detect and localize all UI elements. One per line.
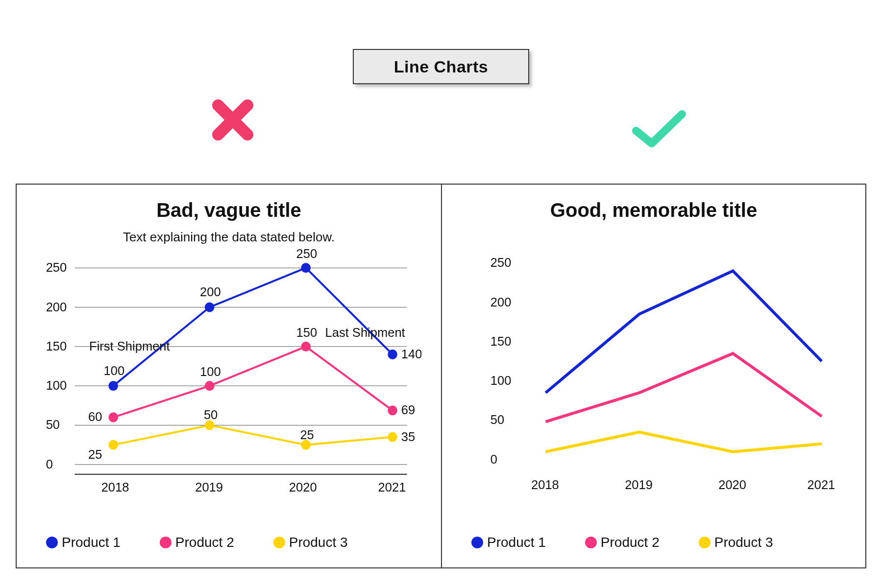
data-label: 200 [200, 285, 221, 299]
y-tick-label: 100 [46, 378, 67, 392]
data-label: 35 [401, 429, 415, 443]
data-label: 100 [200, 365, 221, 378]
data-point [205, 302, 215, 312]
legend-label: Product 3 [714, 535, 773, 550]
legend-item-product-3: Product 3 [699, 535, 773, 550]
legend-label: Product 2 [175, 535, 234, 550]
y-tick-label: 200 [490, 295, 511, 308]
legend-label: Product 1 [62, 535, 121, 550]
y-tick-label: 100 [490, 374, 511, 387]
data-label: 250 [296, 248, 318, 260]
legend-item-product-1: Product 1 [471, 535, 546, 550]
series-line-product-3 [546, 432, 822, 452]
good-panel-title: Good, memorable title [442, 199, 865, 221]
bad-panel: Bad, vague title Text explaining the dat… [17, 185, 441, 567]
good-panel: Good, memorable title 0 50 100 150 200 2… [441, 185, 865, 567]
y-tick-label: 150 [46, 339, 67, 353]
good-plot: 0 50 100 150 200 250 2018 2019 2020 2021 [462, 238, 846, 494]
series-line-product-2 [546, 353, 822, 422]
y-tick-label: 200 [46, 300, 67, 313]
x-tick-label: 2021 [378, 480, 406, 494]
data-label: 140 [401, 347, 421, 361]
data-label: 50 [204, 408, 218, 422]
legend-swatch-icon [585, 537, 597, 548]
bad-panel-subtitle: Text explaining the data stated below. [17, 230, 441, 245]
y-tick-label: 250 [490, 256, 511, 269]
page-title-box: Line Charts [353, 49, 529, 84]
data-point [301, 263, 311, 273]
x-tick-label: 2020 [289, 480, 317, 494]
x-tick-label: 2019 [625, 478, 653, 492]
legend-label: Product 2 [601, 535, 660, 550]
bad-panel-title: Bad, vague title [17, 199, 441, 221]
data-point [108, 440, 118, 450]
data-label: 60 [88, 410, 102, 423]
data-point [388, 405, 397, 415]
data-label: 69 [401, 403, 415, 417]
legend-swatch-icon [46, 537, 58, 548]
x-tick-label: 2019 [195, 480, 223, 494]
legend-swatch-icon [699, 537, 710, 548]
page-title: Line Charts [394, 57, 489, 76]
y-tick-label: 0 [46, 457, 53, 471]
data-point [301, 342, 311, 352]
y-tick-label: 50 [490, 413, 504, 426]
data-point [388, 350, 397, 359]
figure-root: Line Charts Bad, vague title Text explai… [0, 0, 882, 588]
series-line-product-3 [113, 425, 392, 445]
data-label: 150 [296, 325, 318, 339]
bad-legend: Product 1 Product 2 Product 3 [46, 535, 421, 550]
series-line-product-2 [113, 347, 392, 418]
data-label: 25 [300, 427, 314, 441]
legend-label: Product 3 [289, 535, 348, 550]
legend-swatch-icon [160, 537, 172, 548]
check-icon [632, 110, 686, 151]
legend-swatch-icon [471, 537, 483, 548]
good-legend: Product 1 Product 2 Product 3 [471, 535, 846, 550]
x-tick-label: 2018 [531, 478, 559, 492]
legend-item-product-3: Product 3 [273, 535, 348, 550]
data-label: 100 [104, 364, 125, 377]
legend-item-product-2: Product 2 [585, 535, 660, 550]
bad-plot: 0 50 100 150 200 250 2018 2019 2020 2021 [36, 248, 421, 494]
y-tick-label: 0 [490, 452, 497, 466]
data-label: 25 [88, 447, 102, 461]
x-tick-label: 2021 [808, 478, 835, 492]
legend-item-product-1: Product 1 [46, 535, 121, 550]
panels-container: Bad, vague title Text explaining the dat… [16, 184, 866, 568]
y-tick-label: 250 [46, 260, 67, 274]
data-point [108, 381, 118, 391]
legend-item-product-2: Product 2 [160, 535, 234, 550]
y-tick-label: 150 [490, 334, 511, 348]
x-tick-label: 2018 [101, 480, 129, 494]
legend-label: Product 1 [487, 535, 546, 550]
annotation-last-shipment: Last Shipment [325, 325, 405, 339]
x-tick-label: 2020 [718, 478, 746, 492]
legend-swatch-icon [273, 537, 285, 548]
annotation-first-shipment: First Shipment [89, 339, 170, 353]
y-tick-label: 50 [46, 418, 60, 431]
data-point [108, 412, 118, 422]
cross-icon [208, 95, 257, 146]
data-point [388, 432, 397, 442]
data-point [205, 381, 215, 391]
